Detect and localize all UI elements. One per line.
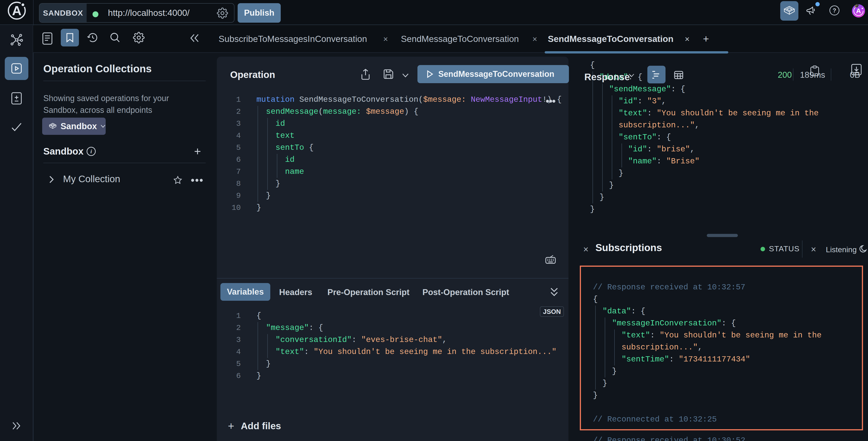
svg-text:A: A (12, 3, 22, 18)
